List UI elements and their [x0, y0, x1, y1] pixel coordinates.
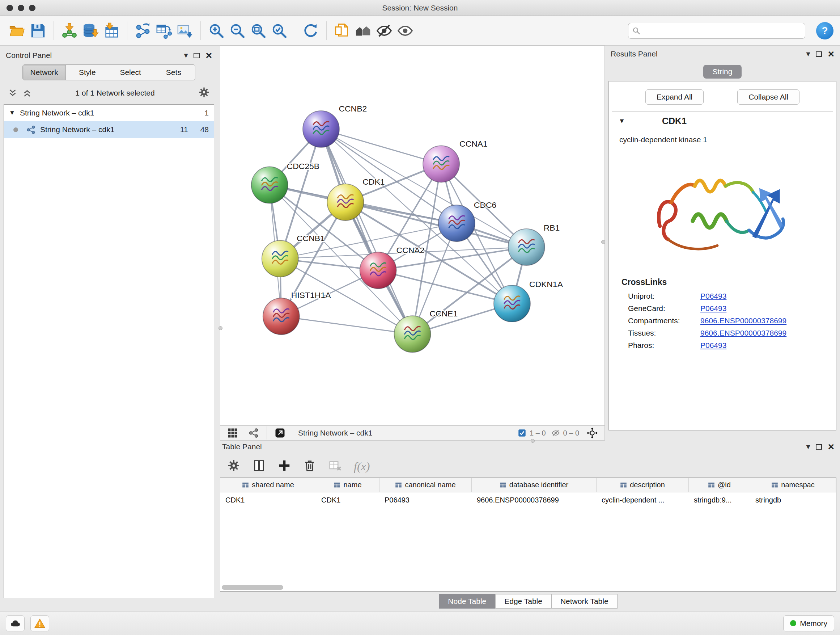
- close-panel-icon[interactable]: ×: [205, 50, 212, 61]
- splitter-handle[interactable]: [531, 439, 535, 443]
- float-panel-icon[interactable]: [816, 51, 822, 57]
- column-icon: [242, 481, 249, 488]
- minimize-window-button[interactable]: [18, 5, 24, 11]
- column-header[interactable]: database identifier: [472, 478, 597, 492]
- network-node-CCNB2[interactable]: CCNB2: [303, 104, 367, 147]
- gene-section-header[interactable]: ▼ CDK1: [612, 111, 833, 131]
- crosslink-value-link[interactable]: P06493: [700, 341, 726, 350]
- network-graph[interactable]: CCNB2CCNA1CDC25BCDK1CDC6RB1CCNB1CCNA2CDK…: [220, 46, 605, 425]
- export-image-button[interactable]: [174, 20, 195, 41]
- section-expand-icon[interactable]: ▼: [619, 117, 662, 125]
- maximize-window-button[interactable]: [29, 5, 35, 11]
- network-node-RB1[interactable]: RB1: [508, 223, 560, 265]
- network-options-button[interactable]: [198, 87, 210, 100]
- open-session-button[interactable]: [6, 20, 27, 41]
- network-node-HIST1H1A[interactable]: HIST1H1A: [263, 290, 331, 334]
- cloud-status-button[interactable]: [6, 616, 25, 631]
- annotation-button[interactable]: [332, 20, 353, 41]
- tab-select[interactable]: Select: [109, 65, 152, 80]
- crosslinks-heading: CrossLinks: [612, 274, 833, 290]
- function-builder-button[interactable]: f(x): [354, 460, 370, 473]
- table-cell[interactable]: P06493: [379, 492, 472, 508]
- float-panel-icon[interactable]: [816, 444, 822, 450]
- zoom-in-button[interactable]: [206, 20, 227, 41]
- tab-node-table[interactable]: Node Table: [439, 594, 495, 608]
- collapse-all-button[interactable]: Collapse All: [737, 89, 799, 105]
- network-node-CDKN1A[interactable]: CDKN1A: [494, 279, 563, 322]
- collapse-all-icon[interactable]: [8, 88, 17, 98]
- horizontal-scrollbar[interactable]: [222, 585, 283, 590]
- save-session-button[interactable]: [27, 20, 49, 41]
- node-label: RB1: [544, 223, 560, 233]
- table-cell[interactable]: stringdb: [750, 492, 836, 508]
- import-table-button[interactable]: [101, 20, 122, 41]
- control-panel-tabs: NetworkStyleSelectSets: [22, 65, 195, 80]
- crosslink-value-link[interactable]: 9606.ENSP00000378699: [700, 317, 786, 325]
- network-canvas[interactable]: CCNB2CCNA1CDC25BCDK1CDC6RB1CCNB1CCNA2CDK…: [220, 46, 605, 425]
- expand-all-button[interactable]: Expand All: [645, 89, 704, 105]
- network-node-CDK1[interactable]: CDK1: [327, 177, 385, 220]
- tree-expand-icon[interactable]: ▼: [9, 109, 20, 117]
- tab-string[interactable]: String: [703, 65, 742, 79]
- close-panel-icon[interactable]: ×: [828, 49, 834, 59]
- zoom-in-icon: [208, 22, 225, 39]
- tab-style[interactable]: Style: [66, 65, 109, 80]
- network-overview-button[interactable]: [353, 20, 374, 41]
- double-home-icon: [355, 22, 371, 39]
- network-node-CDC6[interactable]: CDC6: [439, 200, 496, 241]
- splitter-handle[interactable]: [601, 240, 605, 244]
- zoom-selected-button[interactable]: [269, 20, 290, 41]
- show-columns-button[interactable]: [253, 459, 265, 474]
- column-header[interactable]: @id: [689, 478, 750, 492]
- table-cell[interactable]: stringdb:9...: [689, 492, 750, 508]
- network-from-table-button[interactable]: [153, 20, 174, 41]
- add-column-button[interactable]: [278, 459, 291, 474]
- network-node-CCNA1[interactable]: CCNA1: [423, 139, 488, 182]
- column-header[interactable]: namespac: [750, 478, 836, 492]
- table-options-button[interactable]: [227, 459, 240, 474]
- new-network-button[interactable]: [133, 20, 153, 41]
- table-row[interactable]: CDK1CDK1P064939606.ENSP00000378699cyclin…: [220, 492, 836, 508]
- column-header[interactable]: canonical name: [379, 478, 472, 492]
- table-cell[interactable]: 9606.ENSP00000378699: [472, 492, 597, 508]
- close-panel-icon[interactable]: ×: [828, 441, 834, 452]
- crosslink-value-link[interactable]: 9606.ENSP00000378699: [700, 329, 786, 337]
- zoom-fit-button[interactable]: [248, 20, 269, 41]
- float-panel-icon[interactable]: [194, 53, 200, 58]
- network-row[interactable]: String Network – cdk1 11 48: [4, 121, 214, 138]
- delete-column-button[interactable]: [303, 459, 316, 474]
- tab-network-table[interactable]: Network Table: [551, 594, 617, 608]
- column-header[interactable]: name: [316, 478, 379, 492]
- column-header[interactable]: description: [597, 478, 689, 492]
- expand-all-icon[interactable]: [22, 88, 32, 98]
- zoom-out-button[interactable]: [227, 20, 248, 41]
- delete-table-button[interactable]: [328, 459, 341, 474]
- tab-edge-table[interactable]: Edge Table: [495, 594, 551, 608]
- crosslink-value-link[interactable]: P06493: [700, 292, 726, 301]
- tab-sets[interactable]: Sets: [152, 65, 195, 80]
- column-header[interactable]: shared name: [220, 478, 316, 492]
- horizontal-splitter[interactable]: [220, 432, 840, 439]
- network-edges[interactable]: [270, 129, 526, 334]
- table-cell[interactable]: CDK1: [316, 492, 379, 508]
- import-network-file-button[interactable]: [59, 20, 80, 41]
- show-panel-button[interactable]: [395, 20, 416, 41]
- panel-menu-icon[interactable]: ▾: [806, 50, 810, 58]
- network-collection-row[interactable]: ▼ String Network – cdk1 1: [4, 105, 214, 121]
- close-window-button[interactable]: [6, 5, 13, 11]
- tab-network[interactable]: Network: [23, 65, 66, 80]
- search-input[interactable]: [644, 27, 801, 35]
- memory-button[interactable]: Memory: [783, 616, 834, 631]
- hide-panel-button[interactable]: [374, 20, 395, 41]
- splitter-handle[interactable]: [218, 326, 223, 330]
- apply-layout-button[interactable]: [300, 20, 321, 41]
- import-network-database-button[interactable]: [80, 20, 101, 41]
- toolbar-separator: [54, 21, 54, 40]
- crosslink-value-link[interactable]: P06493: [700, 304, 726, 313]
- table-cell[interactable]: cyclin-dependent ...: [597, 492, 689, 508]
- warnings-button[interactable]: [30, 616, 49, 631]
- panel-menu-icon[interactable]: ▾: [184, 51, 188, 59]
- table-cell[interactable]: CDK1: [220, 492, 316, 508]
- panel-menu-icon[interactable]: ▾: [806, 443, 810, 451]
- help-button[interactable]: ?: [816, 22, 834, 40]
